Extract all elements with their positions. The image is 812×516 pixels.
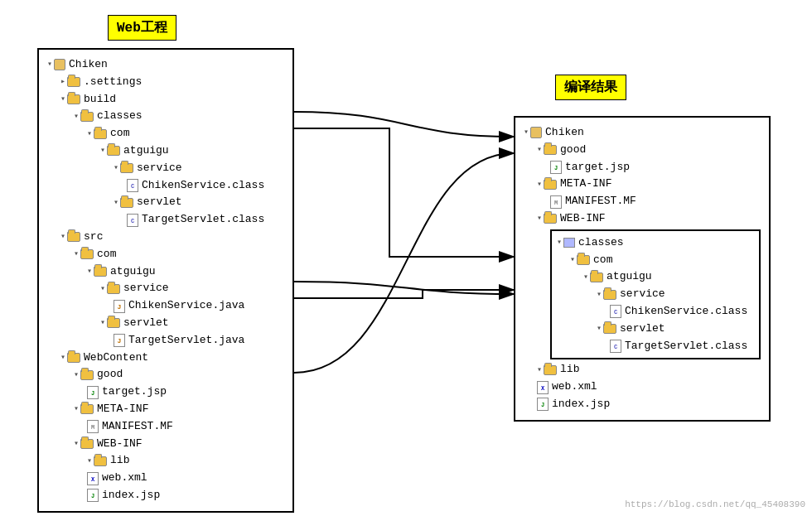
tree-node-webcontent: ▾ WebContent [47, 350, 284, 367]
node-label: com [593, 252, 612, 269]
node-label: Chiken [545, 124, 584, 142]
node-label: com [110, 125, 129, 142]
node-label: WebContent [84, 350, 148, 367]
node-label: MANIFEST.MF [565, 193, 636, 210]
class-file-icon: C [127, 179, 138, 192]
right-tree-box: ▾ Chiken ▾ good J target.jsp ▾ META-INF … [514, 116, 771, 422]
folder-icon [67, 77, 80, 87]
tree-node-chikenservice-java: J ChikenService.java [47, 297, 284, 315]
node-label: MANIFEST.MF [102, 418, 173, 436]
folder-icon [67, 353, 80, 363]
tree-node-classes: ▾ classes [47, 108, 284, 125]
node-label: build [84, 91, 116, 109]
node-label: atguigu [607, 268, 652, 286]
tree-node-webxml-right: X web.xml [524, 379, 761, 396]
tree-node-lib-right: ▾ lib [524, 361, 761, 379]
tree-node-metainf1: ▾ META-INF [47, 401, 284, 418]
tree-node-indexjsp1: J index.jsp [47, 487, 284, 504]
node-label: servlet [123, 315, 169, 332]
node-label: TargetServlet.class [625, 338, 747, 355]
java-file-icon: J [114, 300, 125, 313]
tree-node-chiken: ▾ Chiken [47, 56, 284, 74]
tree-node-atguigu1: ▾ atguigu [47, 142, 284, 160]
tree-node-classes-right: ▾ classes [557, 234, 754, 252]
tree-node-servlet-right: ▾ servlet [557, 321, 754, 338]
folder-icon [67, 232, 80, 242]
tree-node-lib1: ▾ lib [47, 452, 284, 470]
tree-node-metainf-right: ▾ META-INF [524, 176, 761, 193]
folder-icon [120, 163, 133, 173]
tree-node-good-right: ▾ good [524, 142, 761, 159]
node-label: lib [110, 452, 129, 470]
tree-node-indexjsp-right: J index.jsp [524, 396, 761, 413]
folder-icon [590, 272, 603, 282]
node-label: META-INF [560, 176, 611, 193]
node-label: src [84, 229, 103, 246]
folder-icon [94, 129, 107, 139]
tree-node-manifest-right: M MANIFEST.MF [524, 193, 761, 210]
folder-icon [107, 284, 120, 294]
tree-node-service1: ▾ service [47, 160, 284, 177]
node-label: .settings [84, 74, 142, 91]
folder-icon [80, 112, 94, 122]
node-label: ChikenService.java [128, 297, 244, 315]
node-label: atguigu [110, 263, 156, 281]
tree-node-webxml1: X web.xml [47, 470, 284, 487]
folder-icon [94, 267, 107, 277]
folder-icon [107, 318, 120, 328]
node-label: TargetServlet.class [142, 211, 264, 229]
xml-file-icon: X [87, 472, 99, 485]
tree-node-atguigu2: ▾ atguigu [47, 263, 284, 281]
watermark: https://blog.csdn.net/qq_45408390 [625, 499, 805, 509]
tree-node-com2: ▾ com [47, 246, 284, 263]
tree-node-service2: ▾ service [47, 280, 284, 297]
folder-icon [544, 145, 557, 155]
tree-node-src: ▾ src [47, 229, 284, 246]
folder-highlight-icon [563, 238, 575, 248]
jsp-file-icon: J [537, 398, 549, 411]
folder-icon [80, 404, 94, 414]
folder-icon [577, 255, 590, 265]
node-label: Chiken [69, 56, 108, 74]
node-label: servlet [620, 321, 665, 338]
node-label: service [123, 280, 169, 297]
classes-inner-box: ▾ classes ▾ com ▾ atguigu ▾ service C Ch… [550, 229, 761, 360]
class-file-icon: C [610, 340, 621, 353]
folder-icon [544, 365, 557, 375]
node-label: WEB-INF [97, 436, 143, 453]
folder-icon [120, 198, 133, 208]
node-label: ChikenService.class [625, 303, 747, 321]
tree-node-servlet2: ▾ servlet [47, 315, 284, 332]
folder-icon [544, 180, 557, 190]
node-label: ChikenService.class [142, 177, 264, 195]
tree-node-manifest1: M MANIFEST.MF [47, 418, 284, 436]
tree-node-build: ▾ build [47, 91, 284, 109]
left-tree-box: ▾ Chiken ▸ .settings ▾ build ▾ classes ▾… [37, 48, 294, 513]
jsp-file-icon: J [87, 386, 99, 399]
tree-node-target-jsp-right: J target.jsp [524, 159, 761, 176]
node-label: web.xml [552, 379, 597, 396]
node-label: web.xml [102, 470, 147, 487]
mf-file-icon: M [87, 420, 99, 433]
folder-icon [603, 290, 616, 300]
node-label: atguigu [123, 142, 169, 160]
tree-node-webinf-right: ▾ WEB-INF [524, 210, 761, 228]
node-label: lib [560, 361, 579, 379]
tree-node-targetservlet-class-right: C TargetServlet.class [557, 338, 754, 355]
folder-icon [80, 370, 94, 380]
mf-file-icon: M [550, 195, 562, 209]
node-label: target.jsp [102, 383, 167, 401]
node-label: WEB-INF [560, 210, 606, 228]
tree-node-target-jsp1: J target.jsp [47, 383, 284, 401]
node-label: index.jsp [102, 487, 160, 504]
compile-result-label: 编译结果 [555, 75, 626, 100]
tree-node-atguigu-right: ▾ atguigu [557, 268, 754, 286]
project-icon [530, 127, 542, 138]
tree-node-targetservlet-java: J TargetServlet.java [47, 332, 284, 350]
tree-node-com1: ▾ com [47, 125, 284, 142]
folder-icon [67, 94, 80, 104]
node-label: good [560, 142, 586, 159]
tree-node-good1: ▾ good [47, 366, 284, 383]
tree-node-chiken-right: ▾ Chiken [524, 124, 761, 142]
node-label: META-INF [97, 401, 148, 418]
